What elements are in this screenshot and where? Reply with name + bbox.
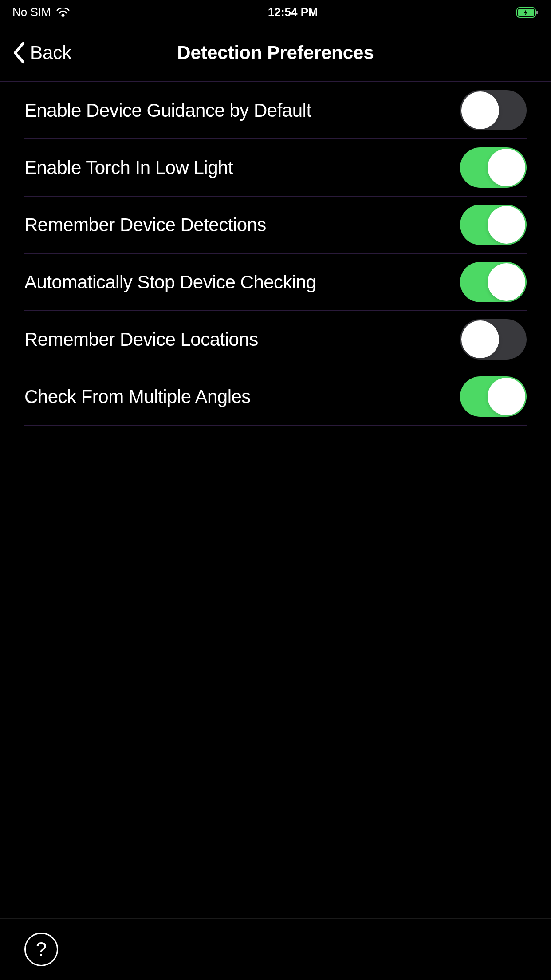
page-title: Detection Preferences — [0, 42, 551, 63]
battery-charging-icon — [516, 7, 539, 18]
toggle-torch-low-light[interactable] — [460, 147, 527, 188]
setting-row-remember-locations: Remember Device Locations — [24, 311, 527, 368]
setting-row-auto-stop-checking: Automatically Stop Device Checking — [24, 254, 527, 311]
toggle-knob — [488, 206, 525, 244]
setting-label: Remember Device Locations — [24, 329, 258, 350]
toggle-multiple-angles[interactable] — [460, 376, 527, 417]
svg-rect-2 — [536, 11, 538, 14]
status-left: No SIM — [12, 5, 70, 19]
toggle-knob — [488, 378, 525, 415]
toggle-knob — [488, 263, 525, 301]
toggle-knob — [461, 91, 499, 129]
setting-row-torch-low-light: Enable Torch In Low Light — [24, 139, 527, 197]
toggle-remember-locations[interactable] — [460, 319, 527, 360]
footer-bar: ? — [0, 918, 551, 980]
toggle-auto-stop-checking[interactable] — [460, 262, 527, 302]
setting-row-multiple-angles: Check From Multiple Angles — [24, 368, 527, 426]
help-button[interactable]: ? — [24, 933, 58, 966]
status-time: 12:54 PM — [70, 5, 516, 19]
setting-label: Enable Torch In Low Light — [24, 157, 233, 178]
setting-label: Automatically Stop Device Checking — [24, 272, 316, 293]
carrier-text: No SIM — [12, 5, 51, 19]
setting-label: Enable Device Guidance by Default — [24, 100, 311, 121]
setting-row-remember-detections: Remember Device Detections — [24, 197, 527, 254]
help-icon: ? — [36, 938, 47, 960]
wifi-icon — [56, 8, 70, 17]
toggle-device-guidance[interactable] — [460, 90, 527, 130]
chevron-left-icon — [12, 42, 26, 64]
toggle-knob — [488, 149, 525, 186]
setting-label: Remember Device Detections — [24, 214, 266, 236]
status-bar: No SIM 12:54 PM — [0, 0, 551, 24]
setting-label: Check From Multiple Angles — [24, 386, 251, 407]
toggle-remember-detections[interactable] — [460, 205, 527, 245]
settings-list: Enable Device Guidance by Default Enable… — [0, 82, 551, 918]
back-label: Back — [30, 42, 71, 63]
nav-bar: Back Detection Preferences — [0, 24, 551, 82]
toggle-knob — [461, 320, 499, 358]
back-button[interactable]: Back — [12, 42, 71, 64]
setting-row-device-guidance: Enable Device Guidance by Default — [24, 82, 527, 139]
status-right — [516, 7, 539, 18]
